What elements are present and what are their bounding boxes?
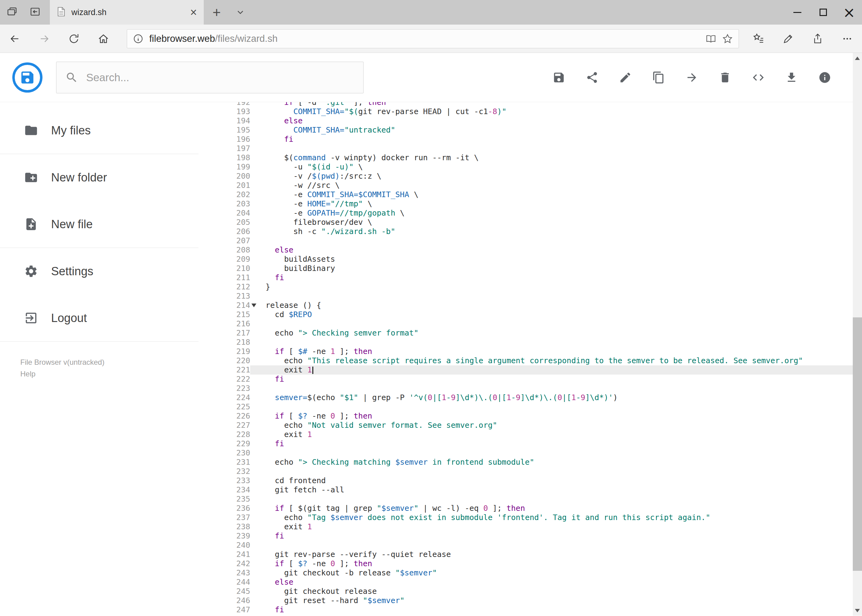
web-note-pen-icon[interactable] bbox=[773, 25, 803, 53]
code-line[interactable]: 197 bbox=[199, 144, 853, 153]
scrollbar-thumb[interactable] bbox=[853, 317, 862, 571]
code-text[interactable]: if [ $# -ne 1 ]; then bbox=[257, 347, 853, 356]
code-line[interactable]: 195 COMMIT_SHA="untracked" bbox=[199, 126, 853, 135]
code-text[interactable]: -w //src \ bbox=[257, 181, 853, 190]
tab-preview-icon[interactable] bbox=[7, 6, 18, 19]
more-options-icon[interactable] bbox=[832, 25, 862, 53]
code-line[interactable]: 236 if [ $(git tag | grep "$semver" | wc… bbox=[199, 504, 853, 513]
code-line[interactable]: 208 else bbox=[199, 245, 853, 255]
info-icon[interactable] bbox=[818, 71, 831, 84]
code-text[interactable]: echo "This release script requires a sin… bbox=[257, 356, 853, 365]
hub-button[interactable] bbox=[744, 25, 773, 53]
code-text[interactable]: if [ $? -ne 0 ]; then bbox=[257, 412, 853, 421]
code-text[interactable]: echo "Not valid semver format. See semve… bbox=[257, 421, 853, 430]
code-line[interactable]: 241 git rev-parse --verify --quiet relea… bbox=[199, 550, 853, 559]
code-line[interactable]: 218 bbox=[199, 338, 853, 347]
sidebar-item-settings[interactable]: Settings bbox=[0, 248, 199, 295]
code-text[interactable]: sh -c "./wizard.sh -b" bbox=[257, 227, 853, 236]
copy-icon[interactable] bbox=[652, 71, 665, 84]
window-maximize-button[interactable] bbox=[810, 0, 836, 25]
share-icon[interactable] bbox=[586, 71, 599, 84]
code-line[interactable]: 225 bbox=[199, 402, 853, 412]
code-line[interactable]: 211 fi bbox=[199, 273, 853, 282]
code-text[interactable]: fi bbox=[257, 439, 853, 448]
address-bar[interactable]: filebrowser.web/files/wizard.sh bbox=[127, 29, 739, 48]
code-text[interactable]: echo "> Checking matching $semver in fro… bbox=[257, 457, 853, 467]
code-line[interactable]: 247 fi bbox=[199, 605, 853, 614]
code-text[interactable] bbox=[257, 448, 853, 457]
code-icon[interactable] bbox=[752, 71, 765, 84]
sidebar-item-my-files[interactable]: My files bbox=[0, 107, 199, 154]
code-text[interactable] bbox=[257, 467, 853, 476]
code-line[interactable]: 212} bbox=[199, 282, 853, 292]
code-line[interactable]: 230 bbox=[199, 448, 853, 457]
home-button[interactable] bbox=[89, 25, 118, 53]
code-text[interactable]: cd $REPO bbox=[257, 310, 853, 319]
code-text[interactable] bbox=[257, 402, 853, 412]
code-text[interactable]: fi bbox=[257, 531, 853, 541]
code-line[interactable]: 235 bbox=[199, 495, 853, 504]
code-text[interactable]: fi bbox=[257, 605, 853, 614]
code-line[interactable]: 237 echo "Tag $semver does not exist in … bbox=[199, 513, 853, 522]
code-text[interactable]: $(command -v winpty) docker run --rm -it… bbox=[257, 153, 853, 162]
code-line[interactable]: 198 $(command -v winpty) docker run --rm… bbox=[199, 153, 853, 162]
code-text[interactable]: if [ $? -ne 0 ]; then bbox=[257, 559, 853, 568]
sidebar-item-new-file[interactable]: New file bbox=[0, 201, 199, 248]
delete-icon[interactable] bbox=[719, 71, 731, 84]
scroll-down-arrow[interactable] bbox=[853, 605, 862, 616]
favorite-star-icon[interactable] bbox=[722, 33, 733, 44]
code-editor[interactable]: 192 if [ -d ".git" ]; then193 COMMIT_SHA… bbox=[199, 102, 853, 616]
code-line[interactable]: 220 echo "This release script requires a… bbox=[199, 356, 853, 365]
code-text[interactable]: git checkout release bbox=[257, 587, 853, 596]
share-button[interactable] bbox=[803, 25, 832, 53]
code-line[interactable]: 246 git reset --hard "$semver" bbox=[199, 596, 853, 605]
code-line[interactable]: 217 echo "> Checking semver format" bbox=[199, 328, 853, 338]
code-text[interactable]: if [ $(git tag | grep "$semver" | wc -l)… bbox=[257, 504, 853, 513]
window-close-button[interactable]: × bbox=[836, 0, 862, 25]
help-link[interactable]: Help bbox=[20, 368, 199, 380]
code-text[interactable] bbox=[257, 495, 853, 504]
code-line[interactable]: 204 -e GOPATH=//tmp/gopath \ bbox=[199, 209, 853, 218]
browser-tab[interactable]: wizard.sh × bbox=[50, 0, 204, 25]
code-text[interactable] bbox=[257, 319, 853, 328]
forward-button[interactable] bbox=[30, 25, 59, 53]
tab-close-icon[interactable]: × bbox=[190, 6, 197, 18]
code-text[interactable]: exit 1 bbox=[257, 522, 853, 531]
code-line[interactable]: 243 git checkout -b release "$semver" bbox=[199, 568, 853, 578]
code-text[interactable] bbox=[257, 292, 853, 301]
code-text[interactable]: -u "$(id -u)" \ bbox=[257, 162, 853, 171]
code-line[interactable]: 200 -v /$(pwd):/src:z \ bbox=[199, 171, 853, 181]
code-text[interactable]: echo "> Checking semver format" bbox=[257, 328, 853, 338]
code-line[interactable]: 206 sh -c "./wizard.sh -b" bbox=[199, 227, 853, 236]
code-line[interactable]: 240 bbox=[199, 541, 853, 550]
code-line[interactable]: 207 bbox=[199, 236, 853, 245]
code-line[interactable]: 222 fi bbox=[199, 375, 853, 384]
code-text[interactable]: else bbox=[257, 578, 853, 587]
code-line[interactable]: 203 -e HOME="//tmp" \ bbox=[199, 199, 853, 209]
code-line[interactable]: 223 bbox=[199, 384, 853, 393]
code-text[interactable]: git rev-parse --verify --quiet release bbox=[257, 550, 853, 559]
code-text[interactable]: filebrowser/dev \ bbox=[257, 218, 853, 227]
code-text[interactable]: exit 1 bbox=[257, 365, 853, 375]
code-text[interactable]: COMMIT_SHA="$(git rev-parse HEAD | cut -… bbox=[257, 107, 853, 116]
code-text[interactable] bbox=[257, 236, 853, 245]
code-line[interactable]: 209 buildAssets bbox=[199, 255, 853, 264]
code-text[interactable]: echo "Tag $semver does not exist in subm… bbox=[257, 513, 853, 522]
code-line[interactable]: 226 if [ $? -ne 0 ]; then bbox=[199, 412, 853, 421]
code-line[interactable]: 234 git fetch --all bbox=[199, 485, 853, 495]
code-line[interactable]: 214release () { bbox=[199, 301, 853, 310]
code-line[interactable]: 205 filebrowser/dev \ bbox=[199, 218, 853, 227]
code-line[interactable]: 213 bbox=[199, 292, 853, 301]
code-line[interactable]: 210 buildBinary bbox=[199, 264, 853, 273]
code-text[interactable]: git fetch --all bbox=[257, 485, 853, 495]
code-line[interactable]: 201 -w //src \ bbox=[199, 181, 853, 190]
code-line[interactable]: 216 bbox=[199, 319, 853, 328]
code-line[interactable]: 231 echo "> Checking matching $semver in… bbox=[199, 457, 853, 467]
code-line[interactable]: 238 exit 1 bbox=[199, 522, 853, 531]
code-line[interactable]: 229 fi bbox=[199, 439, 853, 448]
download-icon[interactable] bbox=[785, 71, 798, 84]
code-text[interactable]: COMMIT_SHA="untracked" bbox=[257, 126, 853, 135]
move-icon[interactable] bbox=[686, 71, 698, 84]
code-text[interactable]: fi bbox=[257, 375, 853, 384]
code-line[interactable]: 239 fi bbox=[199, 531, 853, 541]
